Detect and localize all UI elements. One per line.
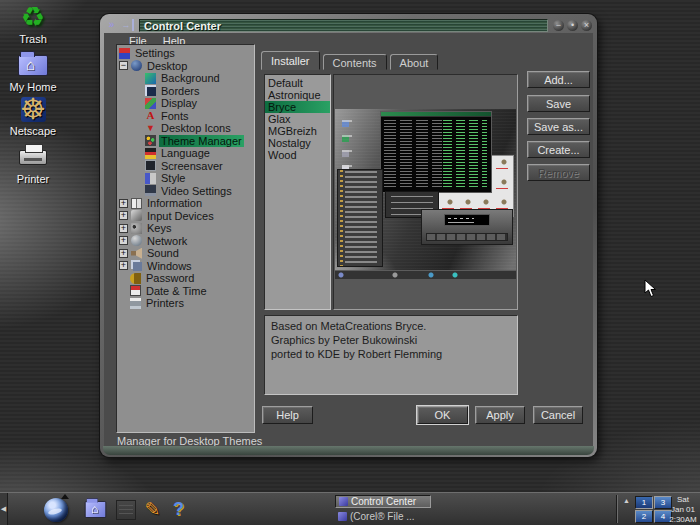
help-button[interactable]: ? (165, 496, 192, 523)
tab-contents[interactable]: Contents (323, 54, 387, 70)
window-menu-icon[interactable]: → (121, 19, 134, 31)
clock-time: 2:30AM (667, 515, 699, 525)
titlebar-slot: Control Center (139, 19, 548, 32)
tree-item-label: Style (159, 172, 187, 184)
desktop-icon-my-home[interactable]: ⌂ My Home (4, 50, 62, 93)
save-as-button[interactable]: Save as... (527, 118, 590, 135)
tree-item-network[interactable]: +Network (117, 235, 254, 248)
tree-item-desktop-icons[interactable]: ▼Desktop Icons (117, 122, 254, 135)
theme-list-item-default[interactable]: Default (265, 77, 330, 89)
tree-expander-plus-icon[interactable]: + (119, 224, 128, 233)
tree-item-label: Theme Manager (159, 135, 244, 147)
tree-item-input-devices[interactable]: +Input Devices (117, 210, 254, 223)
information-icon (131, 198, 142, 209)
tree-item-date-time[interactable]: Date & Time (117, 285, 254, 298)
theme-list-item-wood[interactable]: Wood (265, 149, 330, 161)
windows-icon (133, 262, 142, 271)
minimize-button[interactable]: − (553, 20, 564, 31)
mouse-cursor (644, 279, 657, 302)
window-frame-bottom (103, 446, 594, 455)
titlebar[interactable]: » → Control Center − • × (105, 17, 592, 33)
desktop-icons-icon: ▼ (145, 123, 156, 134)
tree-item-fonts[interactable]: AFonts (117, 110, 254, 123)
tree-item-label: Screensaver (159, 160, 225, 172)
display-icon (145, 98, 156, 109)
tree-item-information[interactable]: +Information (117, 197, 254, 210)
theme-manager-icon (145, 135, 156, 146)
settings-tree: Settings−DesktopBackgroundBordersDisplay… (116, 44, 255, 433)
ok-button[interactable]: OK (417, 406, 468, 424)
tree-expander-plus-icon[interactable]: + (119, 261, 128, 270)
tree-item-background[interactable]: Background (117, 72, 254, 85)
add-button[interactable]: Add... (527, 71, 590, 88)
preview-terminal-titlebar (381, 112, 491, 117)
desktop-icon-label: Netscape (4, 125, 62, 137)
tree-expander-plus-icon[interactable]: + (119, 249, 128, 258)
tree-item-settings[interactable]: Settings (117, 47, 254, 60)
theme-list-item-mgbreizh[interactable]: MGBreizh (265, 125, 330, 137)
tree-item-label: Network (145, 235, 189, 247)
home-button[interactable]: ⌂ (82, 496, 109, 523)
app-launcher-button[interactable] (42, 496, 69, 523)
theme-list-item-nostalgy[interactable]: Nostalgy (265, 137, 330, 149)
taskbar-task-corel-file[interactable]: (Corel® File ... (335, 510, 431, 523)
preview-player-buttons (426, 233, 508, 241)
close-button[interactable]: × (581, 20, 592, 31)
sticky-pin-icon[interactable]: » (105, 19, 118, 31)
screensaver-icon (145, 160, 156, 171)
tree-item-printers[interactable]: Printers (117, 297, 254, 310)
terminal-button[interactable] (112, 496, 139, 523)
tree-item-label: Date & Time (144, 285, 209, 297)
tree-item-label: Background (159, 72, 222, 84)
task-label: Control Center (351, 496, 416, 507)
panel-hide-arrow[interactable]: ◀ (0, 493, 8, 525)
taskbar-clock: Sat Jan 01 2:30AM (667, 495, 699, 525)
tab-installer[interactable]: Installer (261, 51, 320, 70)
theme-list-item-astronique[interactable]: Astronique (265, 89, 330, 101)
theme-list-item-glax[interactable]: Glax (265, 113, 330, 125)
theme-list: DefaultAstroniqueBryceGlaxMGBreizhNostal… (264, 74, 331, 310)
launcher-arrow-icon (61, 494, 69, 499)
tree-item-sound[interactable]: +Sound (117, 247, 254, 260)
save-button[interactable]: Save (527, 95, 590, 112)
tree-item-keys[interactable]: +Keys (117, 222, 254, 235)
editor-button[interactable]: ✎ (139, 496, 166, 523)
network-icon (131, 235, 142, 246)
globe-icon (44, 498, 68, 522)
tree-item-label: Information (145, 197, 204, 209)
tree-item-password[interactable]: Password (117, 272, 254, 285)
panel-up-arrow[interactable]: ▲ (621, 496, 632, 505)
tree-item-display[interactable]: Display (117, 97, 254, 110)
tree-item-label: Display (159, 97, 199, 109)
settings-icon (119, 48, 130, 59)
desktop-icon-trash[interactable]: ♻ Trash (4, 2, 62, 45)
tree-item-borders[interactable]: Borders (117, 85, 254, 98)
tree-item-language[interactable]: Language (117, 147, 254, 160)
tree-item-desktop[interactable]: −Desktop (117, 60, 254, 73)
desktop-icon-printer[interactable]: Printer (4, 142, 62, 185)
tree-item-theme-manager[interactable]: Theme Manager (117, 135, 254, 148)
tab-about[interactable]: About (390, 54, 439, 70)
tree-item-video-settings[interactable]: Video Settings (117, 185, 254, 198)
description-line: Graphics by Peter Bukowinski (271, 333, 511, 347)
theme-preview-panel (333, 74, 518, 310)
taskbar-task-control-center[interactable]: Control Center (335, 495, 431, 508)
tree-expander-plus-icon[interactable]: + (119, 199, 128, 208)
desktop-icon-netscape[interactable]: ☸ Netscape (4, 94, 62, 137)
tree-expander-plus-icon[interactable]: + (119, 211, 128, 220)
tree-item-screensaver[interactable]: Screensaver (117, 160, 254, 173)
apply-button[interactable]: Apply (475, 406, 525, 424)
help-button[interactable]: Help (262, 406, 313, 424)
pager-desktop-1[interactable]: 1 (635, 496, 653, 509)
theme-list-item-bryce[interactable]: Bryce (265, 101, 330, 113)
tree-expander-minus-icon[interactable]: − (119, 61, 128, 70)
tree-expander-plus-icon[interactable]: + (119, 236, 128, 245)
tree-item-windows[interactable]: +Windows (117, 260, 254, 273)
tree-item-style[interactable]: Style (117, 172, 254, 185)
tree-item-label: Desktop (145, 60, 189, 72)
create-button[interactable]: Create... (527, 141, 590, 158)
cancel-button[interactable]: Cancel (533, 406, 583, 424)
tree-item-label: Windows (145, 260, 194, 272)
pager-desktop-2[interactable]: 2 (635, 510, 653, 523)
maximize-button[interactable]: • (567, 20, 578, 31)
